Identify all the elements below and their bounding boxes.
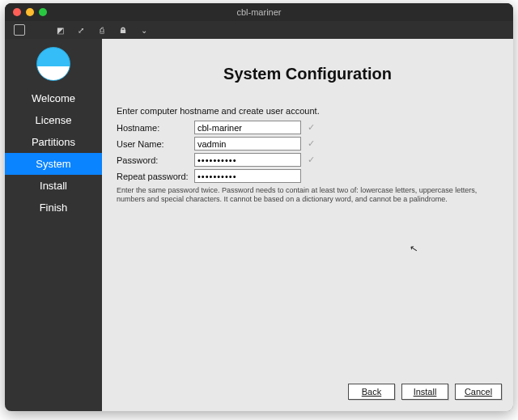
chevron-down-icon[interactable]: ⌄ [138,24,151,36]
row-password: Password: ✓ [117,153,499,167]
window-controls [13,8,47,16]
label-username: User Name: [117,139,194,149]
install-button-label: Install [414,387,437,397]
page-title: System Configuration [117,65,499,83]
sidebar-item-system[interactable]: System [5,153,102,175]
close-window-icon[interactable] [13,8,21,16]
window-title: cbl-mariner [5,7,513,17]
main-area: Welcome License Partitions System Instal… [5,39,513,411]
sidebar-item-partitions[interactable]: Partitions [5,131,102,153]
titlebar: cbl-mariner [5,3,513,21]
password-field[interactable] [194,153,301,167]
cursor-icon: ↖ [409,242,418,255]
back-button[interactable]: Back [348,384,395,400]
printer-icon[interactable]: ⎙ [96,24,108,36]
content-pane: System Configuration Enter computer host… [102,39,513,411]
intro-text: Enter computer hostname and create user … [117,106,499,116]
sidebar-item-welcome[interactable]: Welcome [5,87,102,109]
label-repeat-password: Repeat password: [117,172,194,181]
label-password: Password: [117,155,194,165]
back-button-label: Back [362,387,381,397]
row-hostname: Hostname: ✓ [117,121,499,134]
zoom-window-icon[interactable] [39,8,47,16]
install-button[interactable]: Install [401,384,448,400]
cbl-mariner-logo-icon [36,47,70,81]
username-field[interactable] [194,137,301,151]
sidebar: Welcome License Partitions System Instal… [5,39,102,411]
repeat-password-field[interactable] [194,169,301,183]
row-username: User Name: ✓ [117,137,499,151]
sidebar-item-install[interactable]: Install [5,175,102,197]
cancel-button[interactable]: Cancel [455,384,502,400]
check-icon: ✓ [308,155,315,165]
cancel-button-label: Cancel [465,387,492,397]
label-hostname: Hostname: [117,123,194,133]
sidebar-item-license[interactable]: License [5,109,102,131]
sidebar-toggle-button[interactable] [13,24,26,36]
fullscreen-icon[interactable]: ⤢ [74,24,87,36]
display-settings-icon[interactable]: ◩ [53,24,66,36]
check-icon: ✓ [308,138,315,149]
check-icon: ✓ [308,122,315,133]
hostname-field[interactable] [194,121,301,134]
toolbar: ◩ ⤢ ⎙ 🔒︎ ⌄ [5,21,513,39]
row-repeat-password: Repeat password: [117,169,499,183]
lock-icon[interactable]: 🔒︎ [117,24,130,36]
footer-buttons: Back Install Cancel [348,384,502,400]
minimize-window-icon[interactable] [26,8,34,16]
password-help-text: Enter the same password twice. Password … [117,186,497,205]
sidebar-item-finish[interactable]: Finish [5,197,102,218]
app-window: cbl-mariner ◩ ⤢ ⎙ 🔒︎ ⌄ Welcome License P… [5,3,513,411]
distro-logo [5,44,102,87]
